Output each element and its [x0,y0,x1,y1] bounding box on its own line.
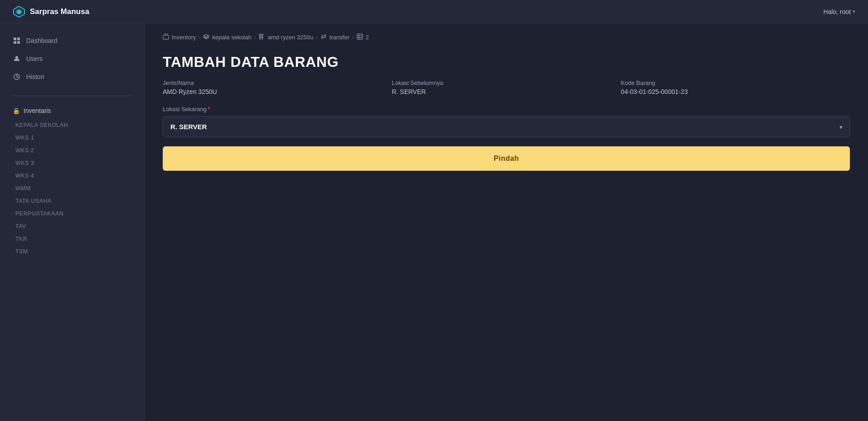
lokasi-sekarang-label: Lokasi Sekarang [163,106,207,112]
sidebar-label-dashboard: Dashboard [26,37,57,44]
grid-icon [13,37,21,45]
info-col-kode-barang: Kode Barang 04-03-01-025-00001-23 [621,80,850,95]
info-row: Jenis/Nama AMD Ryzen 3250U Lokasi Sebelu… [163,80,850,95]
user-icon [13,55,21,63]
svg-rect-14 [259,38,261,39]
page-title: TAMBAH DATA BARANG [163,54,850,70]
user-greeting: Halo, root [823,8,851,15]
breadcrumb-transfer[interactable]: transfer [321,33,349,41]
user-menu[interactable]: Halo, root ▾ [823,8,855,15]
chevron-down-icon: ▾ [853,9,855,14]
lokasi-sekarang-select[interactable]: R. SERVERKEPALA SEKOLAHWKS 1WKS 2WKS 3WK… [163,116,850,137]
sidebar-nav: Dashboard Users Histori [0,23,144,91]
svg-rect-11 [261,34,263,36]
breadcrumb-kepala-text: kepala sekolah [212,34,251,41]
required-marker: * [208,105,210,112]
svg-rect-13 [261,36,263,38]
info-col-lokasi-sebelumnya: Lokasi Sebelumnya R. SERVER [392,80,621,95]
sidebar-item-wks4[interactable]: WKS 4 [13,169,132,182]
jenis-nama-label: Jenis/Nama [163,80,392,86]
brand: Sarpras Manusa [13,5,89,18]
svg-rect-10 [259,34,261,36]
breadcrumb-sep-2: › [254,34,256,41]
sidebar-label-histori: Histori [26,73,44,80]
clock-icon [13,73,21,81]
arrows-icon [321,33,327,41]
sidebar-item-dashboard[interactable]: Dashboard [0,32,144,50]
sidebar-item-tav[interactable]: TAV [13,220,132,233]
sidebar-item-wmm[interactable]: WMM [13,182,132,195]
breadcrumb-amd[interactable]: amd ryzen 3250u [259,33,313,41]
svg-rect-15 [261,38,263,39]
layers-icon [203,33,209,41]
sidebar-item-tkr[interactable]: TKR [13,233,132,245]
sidebar-item-tata-usaha[interactable]: TATA USAHA [13,195,132,207]
sidebar-item-histori[interactable]: Histori [0,68,144,86]
lokasi-sebelumnya-label: Lokasi Sebelumnya [392,80,621,86]
sidebar-label-users: Users [26,55,43,62]
sidebar-item-users[interactable]: Users [0,50,144,68]
breadcrumb-number-text: 2 [366,34,369,41]
brand-logo-icon [13,5,25,18]
svg-rect-4 [17,37,20,40]
lokasi-sebelumnya-value: R. SERVER [392,88,621,95]
kode-barang-label: Kode Barang [621,80,850,86]
jenis-nama-value: AMD Ryzen 3250U [163,88,392,95]
sidebar-item-wks3[interactable]: WKS 3 [13,157,132,169]
sidebar-divider [13,96,132,96]
box-icon [163,33,169,41]
lokasi-sekarang-select-wrapper: R. SERVERKEPALA SEKOLAHWKS 1WKS 2WKS 3WK… [163,116,850,137]
svg-rect-12 [259,36,261,38]
sidebar-item-perpustakaan[interactable]: PERPUSTAKAAN [13,207,132,220]
breadcrumb-inventory-text: Inventory [172,34,196,41]
grid-small-icon [259,33,265,41]
form-area: TAMBAH DATA BARANG Jenis/Nama AMD Ryzen … [145,41,868,189]
info-col-jenis: Jenis/Nama AMD Ryzen 3250U [163,80,392,95]
breadcrumb-kepala-sekolah[interactable]: kepala sekolah [203,33,251,41]
svg-rect-3 [14,37,16,40]
lokasi-sekarang-label-row: Lokasi Sekarang * [163,105,850,112]
breadcrumb-sep-4: › [352,34,354,41]
sidebar-item-wks1[interactable]: WKS 1 [13,131,132,144]
pindah-button[interactable]: Pindah [163,146,850,171]
svg-rect-16 [357,34,363,39]
svg-rect-5 [14,41,16,44]
main-content: Inventory › kepala sekolah › [145,23,868,421]
brand-name: Sarpras Manusa [30,7,89,16]
breadcrumb-sep-3: › [316,34,318,41]
svg-rect-9 [163,35,169,39]
breadcrumb-inventory[interactable]: Inventory [163,33,196,41]
sidebar-item-kepala-sekolah[interactable]: KEPALA SEKOLAH [13,119,132,131]
sidebar: Dashboard Users Histori [0,23,145,421]
sidebar-section-header: 🔒 Inventaris [13,107,132,114]
sidebar-section-label: Inventaris [24,107,51,114]
kode-barang-value: 04-03-01-025-00001-23 [621,88,850,95]
table-icon [357,33,363,41]
topnav: Sarpras Manusa Halo, root ▾ [0,0,868,23]
breadcrumb-number[interactable]: 2 [357,33,369,41]
breadcrumb: Inventory › kepala sekolah › [145,23,868,41]
breadcrumb-transfer-text: transfer [330,34,349,41]
svg-rect-6 [17,41,20,44]
breadcrumb-sep-1: › [198,34,200,41]
breadcrumb-amd-text: amd ryzen 3250u [268,34,313,41]
lock-icon: 🔒 [13,108,20,114]
sidebar-item-tsm[interactable]: TSM [13,245,132,258]
sidebar-item-wks2[interactable]: WKS 2 [13,144,132,157]
sidebar-inventaris-section: 🔒 Inventaris KEPALA SEKOLAH WKS 1 WKS 2 … [0,101,144,261]
